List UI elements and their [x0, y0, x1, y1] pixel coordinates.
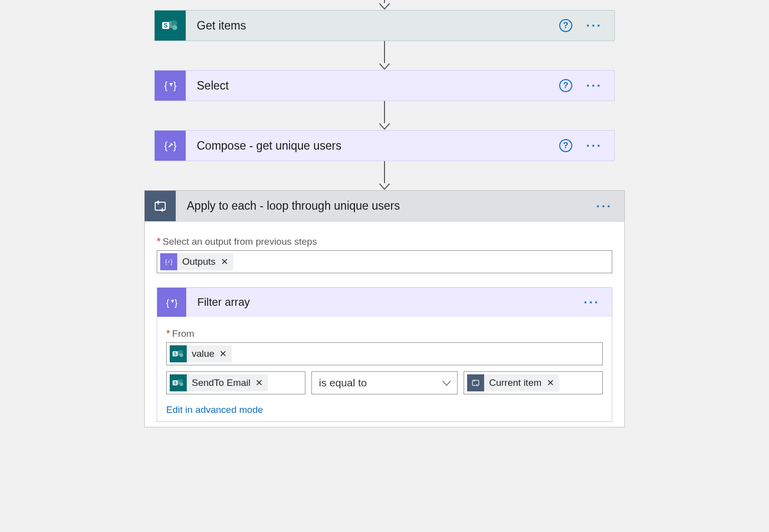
- action-title: Apply to each - loop through unique user…: [176, 199, 596, 213]
- required-asterisk: *: [166, 328, 170, 339]
- svg-text:}: }: [173, 140, 177, 151]
- data-operation-filter-icon: {}: [157, 288, 186, 317]
- compose-chip-icon: {}: [160, 253, 177, 270]
- token-sendto-email[interactable]: S SendTo Email ✕: [170, 374, 268, 391]
- help-icon[interactable]: ?: [559, 79, 572, 92]
- connector-arrow-in: [379, 0, 390, 10]
- sharepoint-icon: S: [155, 11, 186, 41]
- connector-arrow: [379, 41, 390, 70]
- field-label: Select an output from previous steps: [163, 236, 317, 247]
- svg-text:{: {: [164, 140, 168, 151]
- remove-token-icon[interactable]: ✕: [219, 348, 227, 359]
- required-asterisk: *: [157, 236, 161, 247]
- action-select[interactable]: {} Select ? ···: [154, 70, 615, 101]
- from-input[interactable]: S value ✕: [166, 342, 603, 365]
- loop-icon: [145, 191, 176, 221]
- field-label: From: [172, 328, 194, 339]
- filter-array-header[interactable]: {} Filter array ···: [157, 288, 612, 317]
- help-icon[interactable]: ?: [559, 19, 572, 32]
- action-title: Select: [186, 79, 559, 93]
- sharepoint-chip-icon: S: [170, 345, 187, 362]
- condition-left-input[interactable]: S SendTo Email ✕: [166, 371, 305, 394]
- svg-rect-4: [155, 202, 165, 210]
- token-label: value: [192, 348, 214, 359]
- advanced-mode-link[interactable]: Edit in advanced mode: [166, 404, 263, 415]
- ellipsis-icon[interactable]: ···: [584, 296, 600, 308]
- token-label: SendTo Email: [192, 377, 250, 388]
- chevron-down-icon: [442, 377, 451, 389]
- connector-arrow: [379, 101, 390, 130]
- action-title: Filter array: [186, 296, 584, 309]
- token-value[interactable]: S value ✕: [170, 345, 232, 362]
- svg-text:{: {: [164, 80, 168, 91]
- connector-arrow: [379, 161, 390, 190]
- token-label: Current item: [489, 377, 542, 388]
- remove-token-icon[interactable]: ✕: [221, 256, 228, 267]
- svg-text:{: {: [166, 297, 169, 308]
- ellipsis-icon[interactable]: ···: [586, 80, 602, 92]
- apply-to-each-header[interactable]: Apply to each - loop through unique user…: [145, 191, 624, 222]
- sharepoint-chip-icon: S: [170, 374, 187, 391]
- ellipsis-icon[interactable]: ···: [586, 20, 602, 32]
- remove-token-icon[interactable]: ✕: [547, 377, 554, 388]
- output-input[interactable]: {} Outputs ✕: [157, 250, 612, 273]
- action-compose[interactable]: {} Compose - get unique users ? ···: [154, 130, 615, 161]
- token-current-item[interactable]: Current item ✕: [467, 374, 559, 391]
- action-title: Compose - get unique users: [186, 139, 559, 153]
- operator-select[interactable]: is equal to: [311, 371, 458, 394]
- action-get-items[interactable]: S Get items ? ···: [154, 10, 615, 41]
- svg-text:{: {: [165, 258, 167, 265]
- action-filter-array: {} Filter array ··· * From: [157, 287, 612, 422]
- svg-rect-9: [473, 380, 479, 385]
- data-operation-select-icon: {}: [155, 71, 186, 101]
- action-apply-to-each: Apply to each - loop through unique user…: [144, 190, 625, 427]
- svg-text:}: }: [173, 80, 177, 91]
- remove-token-icon[interactable]: ✕: [255, 377, 263, 388]
- ellipsis-icon[interactable]: ···: [586, 140, 602, 152]
- data-operation-compose-icon: {}: [155, 131, 186, 161]
- action-title: Get items: [186, 19, 559, 33]
- loop-chip-icon: [467, 374, 484, 391]
- ellipsis-icon[interactable]: ···: [596, 200, 612, 212]
- token-label: Outputs: [182, 256, 216, 267]
- help-icon[interactable]: ?: [559, 139, 572, 152]
- operator-value: is equal to: [319, 377, 367, 389]
- svg-text:}: }: [171, 258, 173, 265]
- svg-text:}: }: [175, 297, 178, 308]
- condition-right-input[interactable]: Current item ✕: [464, 371, 603, 394]
- token-outputs[interactable]: {} Outputs ✕: [160, 253, 233, 270]
